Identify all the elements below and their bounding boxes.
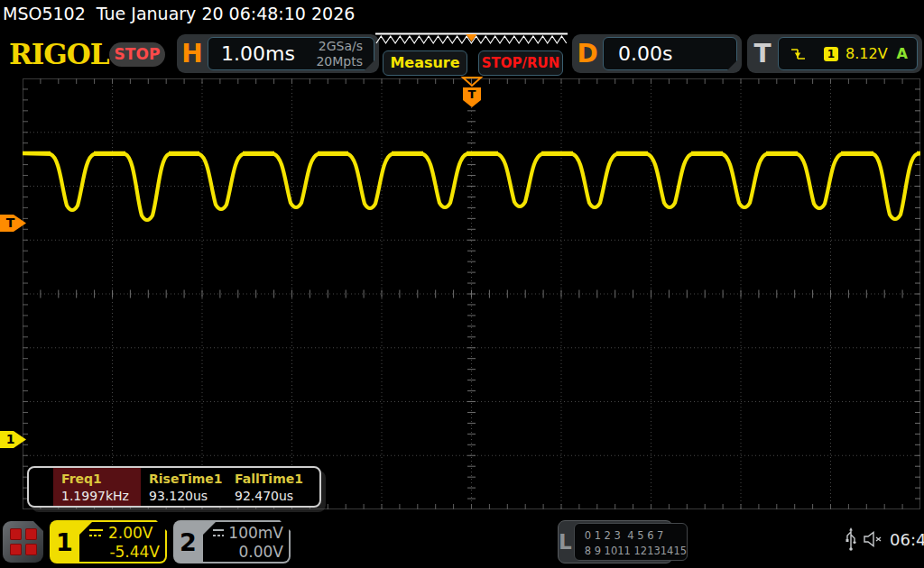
speaker-muted-icon xyxy=(863,531,886,547)
trigger-label: T xyxy=(747,34,778,73)
channel2-status-button[interactable]: 100mV 0.00V 2 xyxy=(173,520,291,563)
delay-value: 0.00s xyxy=(618,42,672,65)
delay-label: D xyxy=(572,34,603,73)
model-and-datetime: MSO5102 Tue January 20 06:48:10 2026 xyxy=(3,4,355,23)
waveform-display xyxy=(23,78,920,509)
logic-label: L xyxy=(559,521,572,563)
run-state-badge: STOP xyxy=(109,42,165,67)
main-menu-button[interactable] xyxy=(3,521,43,563)
horizontal-label: H xyxy=(177,34,208,73)
trigger-level-value: 8.12V xyxy=(845,45,888,62)
usb-icon xyxy=(845,527,857,552)
sample-rate: 2GSa/s xyxy=(319,39,363,53)
ch2-scale: 100mV xyxy=(228,524,283,542)
logic-row-8-15: 8 9 1011 12131415 xyxy=(585,544,687,559)
logic-row-0-7: 0 1 2 3 4 5 6 7 xyxy=(585,528,687,544)
ch2-offset: 0.00V xyxy=(212,543,283,561)
delay-settings-button[interactable]: D 0.00s xyxy=(572,34,742,73)
falling-edge-icon xyxy=(790,47,806,61)
oscilloscope-screen: MSO5102 Tue January 20 06:48:10 2026 RIG… xyxy=(0,0,924,568)
ch1-offset: -5.44V xyxy=(88,543,160,561)
menu-grid-icon xyxy=(10,528,22,540)
measurement-falltime1[interactable]: FallTime1 92.470us xyxy=(226,468,317,506)
ch1-scale: 2.00V xyxy=(108,524,152,542)
trigger-position-letter: T xyxy=(468,87,476,101)
channel1-status-button[interactable]: 2.00V -5.44V 1 xyxy=(50,520,167,563)
measure-button[interactable]: Measure xyxy=(383,50,467,76)
trigger-position-marker[interactable]: T xyxy=(460,76,484,109)
status-clock: 06:47 xyxy=(890,530,924,549)
dc-coupling-icon xyxy=(88,527,104,538)
ch2-number: 2 xyxy=(173,520,203,563)
memory-position-bar[interactable] xyxy=(374,32,568,46)
logic-channels-button[interactable]: L 0 1 2 3 4 5 6 7 8 9 1011 12131415 xyxy=(558,520,673,563)
trigger-sweep-mode: A xyxy=(897,45,908,62)
trigger-settings-button[interactable]: T 1 8.12V A xyxy=(747,34,922,73)
ch1-number: 1 xyxy=(50,520,79,563)
dc-coupling-icon xyxy=(212,527,224,538)
timebase-value: 1.00ms xyxy=(221,42,295,65)
measurement-panel[interactable]: Freq1 1.1997kHz RiseTime1 93.120us FallT… xyxy=(27,466,321,508)
stop-run-button[interactable]: STOP/RUN xyxy=(478,50,563,76)
horizontal-settings-button[interactable]: H 1.00ms 2GSa/s 20Mpts xyxy=(177,34,379,73)
measurement-risetime1[interactable]: RiseTime1 93.120us xyxy=(141,468,226,506)
measurement-freq1[interactable]: Freq1 1.1997kHz xyxy=(53,468,141,506)
memory-depth: 20Mpts xyxy=(316,54,363,69)
rigol-logo: RIGOL xyxy=(9,38,109,70)
trigger-source-badge: 1 xyxy=(824,47,838,61)
